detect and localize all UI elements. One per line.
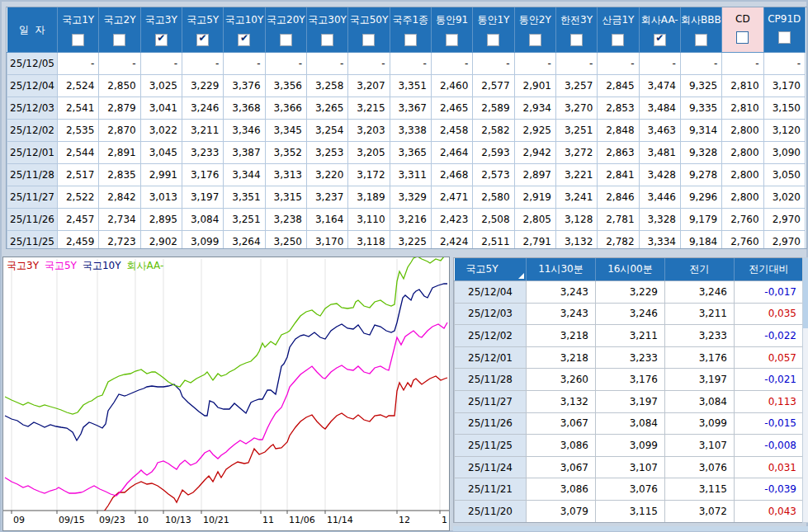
column-label: 국고1Y (58, 13, 98, 27)
value-cell: 2,800 (722, 186, 763, 209)
value-cell: 2,423 (431, 209, 472, 231)
column-checkbox[interactable] (196, 34, 209, 46)
value-cell: 3,025 (140, 75, 182, 97)
column-header-17[interactable]: CD (722, 7, 763, 53)
prev-cell: 3,072 (665, 500, 735, 522)
column-checkbox[interactable] (570, 34, 583, 46)
value-cell: 3,251 (555, 120, 597, 142)
value-cell: 2,782 (598, 231, 639, 250)
date-cell: 25/11/24 (455, 456, 527, 478)
column-checkbox[interactable] (695, 34, 707, 46)
column-header-16[interactable]: 회사BBB- (680, 7, 721, 53)
value-cell: 2,895 (140, 209, 182, 231)
x-tick-label: 12 (399, 515, 410, 525)
prev-cell: 3,176 (665, 346, 735, 369)
column-header-1[interactable]: 국고1Y (58, 7, 99, 53)
column-header-18[interactable]: CP91D (763, 7, 805, 53)
t1600-cell: 3,076 (596, 478, 665, 501)
value-cell: - (390, 53, 431, 75)
value-cell: 2,535 (58, 120, 99, 142)
diff-cell: 0,057 (735, 346, 804, 369)
value-cell: - (722, 53, 763, 75)
column-label: 국고5Y (182, 13, 223, 27)
diff-cell: -0,008 (735, 435, 804, 457)
column-header-13[interactable]: 한전3Y (555, 7, 597, 53)
column-header-15[interactable]: 회사AA- (639, 7, 680, 53)
date-cell: 25/12/04 (7, 75, 58, 97)
column-checkbox[interactable] (778, 31, 791, 44)
column-checkbox[interactable] (654, 34, 666, 46)
value-cell: 3,270 (555, 97, 597, 120)
intraday-row: 25/11/253,0863,0993,107-0,008 (455, 435, 804, 457)
t1600-cell: 3,197 (596, 390, 665, 412)
yield-table: 일 자 국고1Y국고2Y국고3Y국고5Y국고10Y국고20Y국고30Y국고50Y… (6, 7, 807, 249)
value-cell: 3,041 (140, 97, 182, 120)
t1600-cell: 3,176 (596, 369, 665, 391)
value-cell: 3,344 (224, 164, 265, 186)
column-header-11[interactable]: 통안1Y (473, 7, 514, 53)
column-checkbox[interactable] (404, 34, 417, 46)
column-checkbox[interactable] (321, 34, 333, 46)
intraday-column-header[interactable]: 11시30분 (527, 258, 596, 281)
date-cell: 25/11/20 (455, 500, 527, 522)
value-cell: 2,781 (598, 209, 639, 231)
column-header-6[interactable]: 국고20Y (265, 7, 306, 53)
series-line-0 (98, 376, 447, 522)
column-header-10[interactable]: 통안91 (431, 7, 472, 53)
value-cell: 9,328 (680, 142, 721, 164)
column-checkbox[interactable] (487, 34, 499, 46)
value-cell: - (680, 53, 721, 75)
value-cell: 3,387 (224, 142, 265, 164)
column-checkbox[interactable] (72, 34, 84, 46)
column-header-5[interactable]: 국고10Y (224, 7, 265, 53)
value-cell: 3,365 (390, 142, 431, 164)
column-checkbox[interactable] (612, 34, 624, 46)
sort-column-header[interactable]: 국고5Y (455, 258, 527, 281)
intraday-row: 25/12/043,2433,2293,246-0,017 (455, 281, 804, 304)
column-checkbox[interactable] (362, 34, 375, 46)
value-cell: 2,465 (431, 97, 472, 120)
column-header-8[interactable]: 국고50Y (348, 7, 390, 53)
diff-cell: -0,039 (735, 478, 804, 501)
column-checkbox[interactable] (113, 34, 125, 46)
value-cell: 3,241 (555, 186, 597, 209)
value-cell: 3,013 (140, 186, 182, 209)
t1600-cell: 3,107 (596, 456, 665, 478)
value-cell: 2,846 (598, 186, 639, 209)
value-cell: 3,376 (224, 75, 265, 97)
column-checkbox[interactable] (736, 31, 749, 44)
value-cell: 2,919 (514, 186, 555, 209)
value-cell: - (265, 53, 306, 75)
value-cell: - (99, 53, 140, 75)
diff-cell: 0,043 (735, 500, 804, 522)
column-checkbox[interactable] (446, 34, 458, 46)
column-header-14[interactable]: 산금1Y (598, 7, 639, 53)
intraday-column-header[interactable]: 전기 (665, 258, 735, 281)
column-header-4[interactable]: 국고5Y (182, 7, 223, 53)
column-header-7[interactable]: 국고30Y (306, 7, 347, 53)
column-header-12[interactable]: 통안2Y (514, 7, 555, 53)
column-checkbox[interactable] (529, 34, 541, 46)
t1600-cell: 3,246 (596, 303, 665, 325)
date-cell: 25/11/25 (7, 231, 58, 250)
horizontal-scrollbar[interactable] (453, 526, 808, 531)
date-cell: 25/12/05 (7, 53, 58, 75)
column-header-9[interactable]: 국주1종 (390, 7, 431, 53)
intraday-column-header[interactable]: 16시00분 (596, 258, 665, 281)
intraday-column-header[interactable]: 전기대비 (735, 258, 804, 281)
column-header-3[interactable]: 국고3Y (140, 7, 182, 53)
column-checkbox[interactable] (280, 34, 292, 46)
column-label: 국고10Y (224, 13, 264, 27)
date-column-header[interactable]: 일 자 (7, 7, 58, 53)
value-cell: 3,265 (306, 97, 347, 120)
vertical-scrollbar-thumb[interactable] (803, 258, 808, 328)
column-header-2[interactable]: 국고2Y (99, 7, 140, 53)
value-cell: - (140, 53, 182, 75)
column-label: 통안2Y (515, 13, 555, 27)
t1130-cell: 3,086 (527, 478, 596, 501)
column-checkbox[interactable] (238, 34, 250, 46)
column-checkbox[interactable] (155, 34, 168, 46)
prev-cell: 3,107 (665, 435, 735, 457)
intraday-row: 25/11/213,0863,0763,115-0,039 (455, 478, 804, 501)
vertical-scrollbar[interactable] (802, 257, 808, 523)
